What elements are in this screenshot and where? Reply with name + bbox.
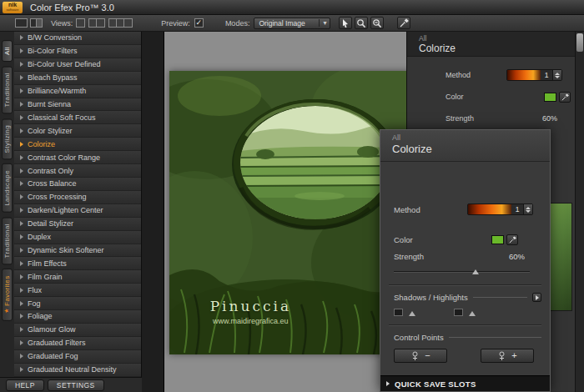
filter-list-item[interactable]: Contrast Color Range bbox=[14, 151, 141, 164]
eyedropper-icon bbox=[561, 93, 569, 101]
filter-list-item[interactable]: Graduated Fog bbox=[14, 350, 141, 364]
view-compare-button[interactable] bbox=[108, 18, 133, 28]
filter-list-item[interactable]: Brilliance/Warmth bbox=[14, 85, 141, 98]
filter-list-item[interactable]: Graduated Neutral Density bbox=[14, 364, 141, 377]
tab-traditional-1[interactable]: Traditional bbox=[2, 66, 13, 113]
filter-list-item[interactable]: B/W Conversion bbox=[14, 32, 141, 45]
color-swatch[interactable] bbox=[491, 235, 504, 244]
filter-list: B/W Conversion Bi-Color Filters Bi-Color… bbox=[14, 32, 142, 377]
filter-list-item[interactable]: Dynamic Skin Softener bbox=[14, 244, 141, 258]
method-dropdown[interactable]: 1 bbox=[506, 69, 562, 81]
filter-expand-icon bbox=[20, 274, 23, 279]
nik-logo-subtext: software bbox=[6, 8, 18, 13]
filter-list-item[interactable]: Film Grain bbox=[14, 270, 141, 284]
filter-label: Fog bbox=[28, 299, 41, 308]
app-title: Color Efex Pro™ 3.0 bbox=[30, 3, 114, 13]
filter-list-item[interactable]: Contrast Only bbox=[14, 164, 141, 178]
tab-label: All bbox=[3, 47, 11, 55]
filter-expand-icon bbox=[20, 367, 23, 372]
filter-list-item[interactable]: Foliage bbox=[14, 310, 141, 324]
slider-marker-icon[interactable] bbox=[469, 311, 476, 316]
single-pane-view-icon[interactable] bbox=[15, 18, 28, 28]
control-point-icon bbox=[497, 351, 506, 361]
filter-list-item[interactable]: Bi-Color Filters bbox=[14, 45, 141, 58]
preview-checkbox[interactable]: ✓ bbox=[194, 18, 204, 28]
strength-row: Strength 60% bbox=[407, 112, 584, 125]
highlights-slider[interactable] bbox=[454, 309, 476, 316]
tab-favorites[interactable]: ★Favorites bbox=[2, 269, 13, 321]
method-spinner[interactable] bbox=[552, 70, 561, 80]
tab-all[interactable]: All bbox=[2, 40, 13, 62]
shadows-slider[interactable] bbox=[394, 309, 415, 316]
filter-expand-icon bbox=[20, 128, 23, 133]
filter-list-item[interactable]: Detail Stylizer bbox=[14, 218, 141, 231]
filter-list-item[interactable]: Flux bbox=[14, 284, 141, 297]
view-split-button[interactable] bbox=[88, 18, 105, 28]
background-color-tool-button[interactable] bbox=[397, 17, 410, 29]
filter-list-item[interactable]: Burnt Sienna bbox=[14, 98, 141, 112]
floating-panel-header[interactable]: All Colorize bbox=[380, 130, 550, 162]
expand-shadows-button[interactable] bbox=[532, 293, 541, 302]
method-row: Method 1 bbox=[380, 202, 550, 217]
zoom-tool-button[interactable] bbox=[355, 17, 368, 29]
slider-marker-icon[interactable] bbox=[472, 269, 479, 274]
strength-slider[interactable] bbox=[394, 269, 530, 276]
split-pane-view-icon[interactable] bbox=[30, 18, 43, 28]
modes-dropdown[interactable]: Original Image ▾ bbox=[254, 18, 330, 29]
tab-traditional-2[interactable]: Traditional bbox=[2, 217, 13, 264]
filter-list-item[interactable]: Glamour Glow bbox=[14, 324, 141, 337]
minus-label: − bbox=[425, 351, 430, 360]
control-point-buttons: − + bbox=[380, 349, 550, 363]
filter-label: Graduated Filters bbox=[28, 339, 86, 347]
cursor-tool-button[interactable] bbox=[339, 17, 352, 29]
filter-list-item[interactable]: Darken/Lighten Center bbox=[14, 204, 141, 218]
strength-value: 60% bbox=[509, 252, 525, 261]
filter-label: Foliage bbox=[28, 312, 53, 320]
method-dropdown[interactable]: 1 bbox=[467, 204, 533, 215]
help-button[interactable]: HELP bbox=[6, 379, 44, 391]
filter-list-item[interactable]: Cross Balance bbox=[14, 178, 141, 191]
filter-expand-icon bbox=[20, 115, 23, 120]
eyedropper-button[interactable] bbox=[506, 234, 518, 245]
tab-landscape[interactable]: Landscape bbox=[2, 163, 13, 213]
filter-list-item[interactable]: Cross Processing bbox=[14, 191, 141, 204]
shadows-highlights-label: Shadows / Highlights bbox=[394, 293, 468, 302]
color-swatch[interactable] bbox=[544, 93, 556, 102]
filter-expand-icon bbox=[20, 155, 23, 160]
eyedropper-button[interactable] bbox=[559, 92, 571, 103]
method-spinner[interactable] bbox=[523, 204, 532, 214]
filter-list-item[interactable]: Colorize bbox=[14, 138, 141, 151]
filter-list-item[interactable]: Fog bbox=[14, 297, 141, 310]
views-label: Views: bbox=[51, 19, 73, 28]
filter-label: Bi-Color User Defined bbox=[28, 60, 101, 68]
pane-icon bbox=[117, 19, 124, 27]
group-label: All bbox=[419, 34, 584, 43]
strength-row: Strength 60% bbox=[380, 249, 550, 264]
slider-marker-icon[interactable] bbox=[409, 311, 415, 316]
color-label: Color bbox=[394, 235, 413, 244]
filter-list-item[interactable]: Bi-Color User Defined bbox=[14, 58, 141, 72]
settings-button[interactable]: SETTINGS bbox=[48, 379, 104, 391]
magnifier-plus-icon bbox=[372, 18, 382, 28]
filter-list-item[interactable]: Color Stylizer bbox=[14, 124, 141, 138]
filter-list-item[interactable]: Graduated Filters bbox=[14, 337, 141, 350]
filter-expand-icon bbox=[20, 88, 23, 93]
filter-label: Darken/Lighten Center bbox=[28, 206, 103, 214]
zoom-fit-button[interactable] bbox=[370, 17, 384, 29]
method-label: Method bbox=[446, 71, 471, 79]
view-single-button[interactable] bbox=[76, 18, 85, 28]
filter-list-item[interactable]: Film Effects bbox=[14, 257, 141, 270]
panel-scrollbar[interactable] bbox=[575, 32, 584, 392]
filter-list-item[interactable]: Classical Soft Focus bbox=[14, 111, 141, 124]
filter-list-item[interactable]: Bleach Bypass bbox=[14, 72, 141, 85]
quick-save-slots-bar[interactable]: QUICK SAVE SLOTS bbox=[380, 375, 550, 391]
add-control-point-button[interactable]: + bbox=[481, 349, 534, 363]
filter-label: Film Effects bbox=[28, 259, 67, 268]
spinner-up-icon bbox=[555, 73, 560, 75]
filter-list-item[interactable]: Duplex bbox=[14, 231, 141, 244]
remove-control-point-button[interactable]: − bbox=[394, 349, 447, 363]
tab-stylizing[interactable]: Stylizing bbox=[2, 118, 13, 159]
filter-expand-icon bbox=[20, 35, 23, 40]
modes-label: Modes: bbox=[225, 19, 250, 28]
scrollbar-thumb[interactable] bbox=[576, 33, 583, 52]
